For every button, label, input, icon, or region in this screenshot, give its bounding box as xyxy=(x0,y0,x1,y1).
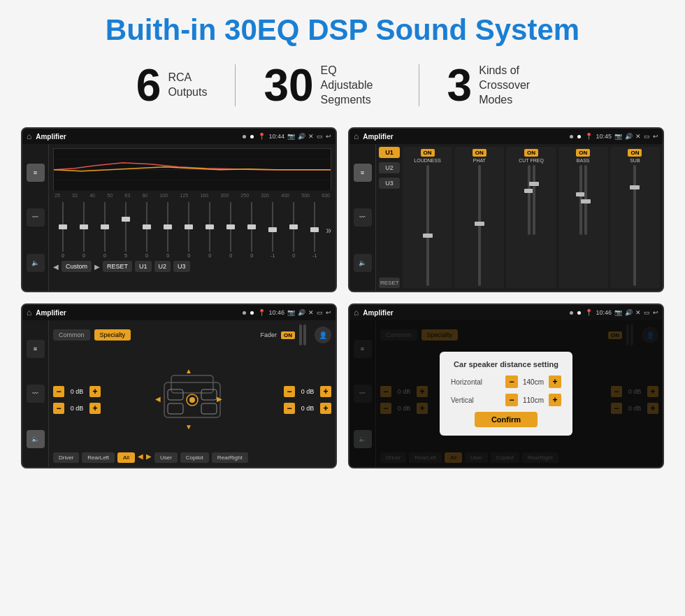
rear-right-btn[interactable]: RearRight xyxy=(212,452,248,463)
window-icon-3: ▭ xyxy=(317,309,323,316)
eq-slider-5[interactable]: 0 xyxy=(158,202,178,258)
db-minus-tr[interactable]: − xyxy=(284,386,295,397)
u1-btn-eq[interactable]: U1 xyxy=(135,261,152,272)
fader-mini-slider-2[interactable] xyxy=(303,324,306,345)
db-plus-br[interactable]: + xyxy=(320,403,331,414)
eq-slider-9[interactable]: 0 xyxy=(242,202,261,258)
db-plus-bl[interactable]: + xyxy=(89,403,101,414)
vertical-minus-btn[interactable]: − xyxy=(505,394,518,406)
eq-slider-6[interactable]: 0 xyxy=(179,202,199,258)
horizontal-label: Horizontal xyxy=(451,378,482,386)
stat-rca: 6 RCA Outputs xyxy=(108,63,236,108)
cutfreq-on-btn[interactable]: ON xyxy=(524,149,538,157)
stat-crossover-number: 3 xyxy=(447,63,473,108)
copilot-btn[interactable]: Copilot xyxy=(180,452,209,463)
db-minus-tl[interactable]: − xyxy=(53,386,64,397)
eq-bottom-controls: ◀ Custom ▶ RESET U1 U2 U3 xyxy=(53,261,331,272)
dialog-horizontal-row: Horizontal − 140cm + xyxy=(451,375,561,388)
back-icon-4: ↩ xyxy=(653,309,658,316)
vertical-value: 110cm xyxy=(521,396,546,404)
fader-dialog-screen-content: ≡ 〰 🔈 Common Specialty ON 👤 xyxy=(349,320,663,467)
dialog-vertical-row: Vertical − 110cm + xyxy=(451,394,561,406)
eq-sidebar-speaker[interactable]: 🔈 xyxy=(27,254,45,272)
svg-rect-6 xyxy=(168,389,183,400)
svg-text:▼: ▼ xyxy=(185,423,192,431)
fader-dialog-status-icons: 📍 10:46 📷 🔊 ✕ ▭ ↩ xyxy=(585,309,658,316)
u1-btn[interactable]: U1 xyxy=(379,147,400,158)
crossover-time: 10:45 xyxy=(596,133,612,140)
bass-on-btn[interactable]: ON xyxy=(576,149,590,157)
fader-sidebar-eq[interactable]: ≡ xyxy=(27,340,45,358)
status-dot-1 xyxy=(243,135,246,138)
channel-loudness: ON LOUDNESS xyxy=(403,147,452,288)
fader-sidebar-wave[interactable]: 〰 xyxy=(27,385,45,403)
crossover-sidebar-wave[interactable]: 〰 xyxy=(354,208,372,227)
eq-sidebar-equalizer[interactable]: ≡ xyxy=(27,164,45,182)
fader-mini-slider-1[interactable] xyxy=(299,324,302,345)
eq-status-icons: 📍 10:44 📷 🔊 ✕ ▭ ↩ xyxy=(258,133,331,140)
crossover-sidebar-speaker[interactable]: 🔈 xyxy=(354,254,372,272)
fader-sidebar-speaker[interactable]: 🔈 xyxy=(27,430,45,448)
next-btn[interactable]: ▶ xyxy=(94,263,100,271)
stat-rca-label: RCA Outputs xyxy=(168,71,207,100)
eq-slider-2[interactable]: 0 xyxy=(95,202,115,258)
eq-slider-1[interactable]: 0 xyxy=(74,202,94,258)
eq-sidebar-wave[interactable]: 〰 xyxy=(27,208,45,227)
crossover-sidebar-eq[interactable]: ≡ xyxy=(354,164,372,182)
crossover-main-area: U1 U2 U3 RESET ON LOUDNESS xyxy=(376,144,663,291)
u2-btn[interactable]: U2 xyxy=(379,162,400,173)
stat-crossover-label: Kinds of Crossover Modes xyxy=(479,64,549,107)
confirm-button[interactable]: Confirm xyxy=(475,412,538,427)
rear-left-btn[interactable]: RearLeft xyxy=(82,452,115,463)
reset-btn[interactable]: RESET xyxy=(103,261,132,272)
db-control-tr: − 0 dB + xyxy=(284,386,331,397)
db-minus-br[interactable]: − xyxy=(284,403,295,414)
sub-label: SUB xyxy=(630,158,640,163)
crossover-reset-btn[interactable]: RESET xyxy=(379,278,400,288)
close-icon-3: ✕ xyxy=(308,309,314,316)
db-plus-tl[interactable]: + xyxy=(89,386,101,397)
phat-on-btn[interactable]: ON xyxy=(473,149,486,157)
db-value-br: 0 dB xyxy=(297,405,318,412)
db-value-tr: 0 dB xyxy=(297,388,318,395)
fader-diagram-area: − 0 dB + − 0 dB + xyxy=(53,351,331,448)
sub-on-btn[interactable]: ON xyxy=(628,149,642,157)
eq-slider-11[interactable]: 0 xyxy=(284,202,303,258)
sub-slider xyxy=(612,165,658,286)
eq-slider-12[interactable]: -1 xyxy=(305,202,324,258)
car-diagram: ▲ ▼ ◀ ▶ xyxy=(103,365,281,435)
eq-slider-8[interactable]: 0 xyxy=(221,202,240,258)
eq-slider-7[interactable]: 0 xyxy=(200,202,219,258)
u3-btn[interactable]: U3 xyxy=(379,178,400,189)
u2-btn-eq[interactable]: U2 xyxy=(154,261,171,272)
common-mode-btn[interactable]: Common xyxy=(53,329,90,341)
all-btn[interactable]: All xyxy=(117,452,135,463)
horizontal-value: 140cm xyxy=(521,378,546,386)
stat-rca-number: 6 xyxy=(136,63,161,108)
fader-mini-sliders xyxy=(299,324,306,345)
prev-btn[interactable]: ◀ xyxy=(53,263,59,271)
eq-slider-10[interactable]: -1 xyxy=(263,202,282,258)
vertical-plus-btn[interactable]: + xyxy=(549,394,561,406)
stat-eq: 30 EQ Adjustable Segments xyxy=(236,63,418,108)
fader-screen-content: ≡ 〰 🔈 Common Specialty Fader ON 👤 xyxy=(22,320,336,467)
channel-sub: ON SUB xyxy=(610,147,660,288)
horizontal-minus-btn[interactable]: − xyxy=(505,375,518,388)
driver-btn[interactable]: Driver xyxy=(53,452,79,463)
db-minus-bl[interactable]: − xyxy=(53,403,64,414)
page-title: Buith-in 30EQ DSP Sound System xyxy=(21,14,664,46)
eq-slider-0[interactable]: 0 xyxy=(53,202,73,258)
eq-slider-3[interactable]: 5 xyxy=(116,202,136,258)
dialog-title: Car speaker distance setting xyxy=(451,360,561,368)
home-icon-3: ⌂ xyxy=(27,308,31,317)
fader-on-badge[interactable]: ON xyxy=(281,331,295,339)
horizontal-plus-btn[interactable]: + xyxy=(549,375,561,388)
eq-sidebar: ≡ 〰 🔈 xyxy=(22,144,49,291)
loudness-on-btn[interactable]: ON xyxy=(421,149,435,157)
user-btn[interactable]: User xyxy=(154,452,178,463)
u3-btn-eq[interactable]: U3 xyxy=(173,261,190,272)
specialty-mode-btn[interactable]: Specialty xyxy=(94,329,131,341)
db-plus-tr[interactable]: + xyxy=(320,386,331,397)
eq-slider-4[interactable]: 0 xyxy=(137,202,157,258)
crossover-screen-content: ≡ 〰 🔈 U1 U2 U3 RESET ON LOUDNESS xyxy=(349,144,663,291)
